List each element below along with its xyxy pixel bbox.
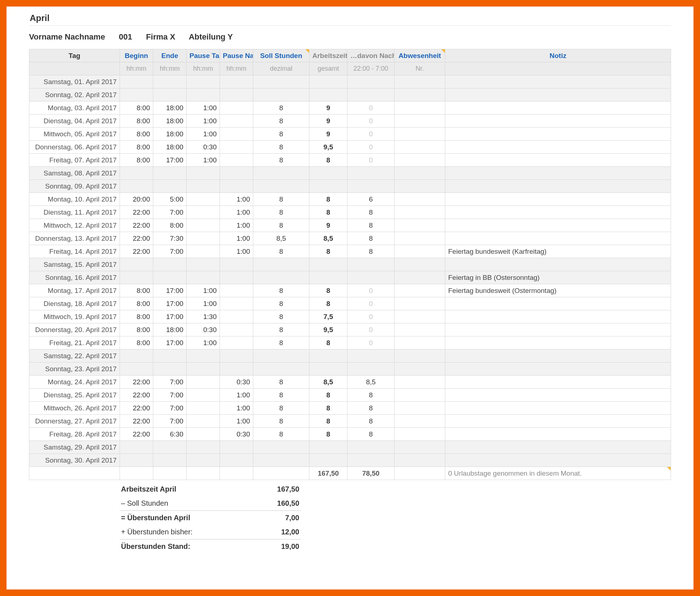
cell-pause-day: 1:00 xyxy=(187,336,220,349)
cell-soll xyxy=(253,88,309,102)
cell-soll: 8 xyxy=(253,336,309,349)
cell-note xyxy=(445,180,671,193)
cell-nacht: 0 xyxy=(347,310,395,323)
cell-note xyxy=(445,363,671,376)
header-row-1: Tag Beginn Ende Pause Tag Pause Nacht So… xyxy=(29,49,671,62)
cell-pause-day xyxy=(187,75,220,88)
cell-begin: 22:00 xyxy=(120,428,153,441)
cell-soll: 8,5 xyxy=(253,232,309,245)
cell-soll xyxy=(253,349,309,363)
day: Freitag, 21. April 2017 xyxy=(29,336,120,349)
table-row: Samstag, 01. April 2017 xyxy=(29,75,671,88)
cell-note xyxy=(445,402,671,415)
table-row: Sonntag, 02. April 2017 xyxy=(29,88,671,102)
cell-begin: 22:00 xyxy=(120,389,153,402)
cell-pause-day xyxy=(187,180,220,193)
cell-arbeit xyxy=(309,88,347,102)
cell-arbeit: 9 xyxy=(309,128,347,141)
cell-arbeit: 8 xyxy=(309,245,347,258)
cell-note xyxy=(445,232,671,245)
cell-soll: 8 xyxy=(253,102,309,115)
cell-arbeit: 9 xyxy=(309,102,347,115)
cell-pause-night: 1:00 xyxy=(220,206,253,219)
cell-arbeit xyxy=(309,258,347,271)
cell-pause-day: 1:00 xyxy=(187,297,220,310)
sub-begin: hh:mm xyxy=(120,62,153,75)
sub-az: gesamt xyxy=(309,62,347,75)
table-row: Samstag, 08. April 2017 xyxy=(29,167,671,180)
cell-pause-day: 1:00 xyxy=(187,154,220,167)
cell-end: 17:00 xyxy=(153,310,187,323)
day: Sonntag, 23. April 2017 xyxy=(29,363,120,376)
cell-pause-day: 1:30 xyxy=(187,310,220,323)
cell-nacht: 8 xyxy=(347,389,395,402)
day: Montag, 10. April 2017 xyxy=(29,193,120,206)
cell-end xyxy=(153,349,187,363)
cell-pause-night xyxy=(220,297,253,310)
cell-end: 17:00 xyxy=(153,154,187,167)
cell-note: Feiertag bundesweit (Ostermontag) xyxy=(445,284,671,297)
sub-soll: dezimal xyxy=(253,62,309,75)
cell-soll: 8 xyxy=(253,376,309,389)
cell-note xyxy=(445,115,671,128)
table-row: Freitag, 07. April 20178:0017:001:00880 xyxy=(29,154,671,167)
cell-begin: 22:00 xyxy=(120,415,153,428)
day: Mittwoch, 12. April 2017 xyxy=(29,219,120,232)
table-row: Montag, 24. April 201722:007:000:3088,58… xyxy=(29,376,671,389)
cell-pause-day xyxy=(187,349,220,363)
cell-arbeit: 8 xyxy=(309,297,347,310)
cell-abw xyxy=(395,258,445,271)
cell-arbeit xyxy=(309,363,347,376)
cell-abw xyxy=(395,402,445,415)
vacation-msg: 0 Urlaubstage genommen in diesem Monat. xyxy=(445,467,671,480)
timesheet-table: Tag Beginn Ende Pause Tag Pause Nacht So… xyxy=(29,49,671,480)
cell-soll xyxy=(253,441,309,454)
cell-note xyxy=(445,167,671,180)
hdr-end: Ende xyxy=(153,49,187,62)
cell-abw xyxy=(395,441,445,454)
cell-begin: 8:00 xyxy=(120,284,153,297)
table-row: Donnerstag, 20. April 20178:0018:000:308… xyxy=(29,323,671,336)
cell-abw xyxy=(395,323,445,336)
cell-abw xyxy=(395,389,445,402)
hdr-pause-night: Pause Nacht xyxy=(220,49,253,62)
hdr-abw: Abwesenheit xyxy=(395,49,445,62)
cell-pause-night xyxy=(220,323,253,336)
cell-soll: 8 xyxy=(253,428,309,441)
day: Samstag, 15. April 2017 xyxy=(29,258,120,271)
day: Dienstag, 18. April 2017 xyxy=(29,297,120,310)
sum-v5: 19,00 xyxy=(281,542,299,551)
day: Dienstag, 11. April 2017 xyxy=(29,206,120,219)
cell-pause-night: 1:00 xyxy=(220,415,253,428)
day: Mittwoch, 26. April 2017 xyxy=(29,402,120,415)
cell-abw xyxy=(395,271,445,284)
cell-note xyxy=(445,310,671,323)
cell-nacht xyxy=(347,441,395,454)
cell-arbeit: 8 xyxy=(309,193,347,206)
cell-note xyxy=(445,389,671,402)
cell-pause-night xyxy=(220,363,253,376)
cell-nacht xyxy=(347,258,395,271)
cell-nacht: 0 xyxy=(347,128,395,141)
cell-begin: 20:00 xyxy=(120,193,153,206)
cell-arbeit: 9,5 xyxy=(309,141,347,154)
sub-abw: Nr. xyxy=(395,62,445,75)
cell-soll xyxy=(253,180,309,193)
cell-abw xyxy=(395,310,445,323)
cell-begin: 8:00 xyxy=(120,310,153,323)
cell-abw xyxy=(395,75,445,88)
table-row: Donnerstag, 27. April 201722:007:001:008… xyxy=(29,415,671,428)
sum-l2: – Soll Stunden xyxy=(121,499,168,508)
cell-nacht xyxy=(347,349,395,363)
cell-note xyxy=(445,206,671,219)
cell-pause-night: 1:00 xyxy=(220,245,253,258)
cell-nacht: 8 xyxy=(347,428,395,441)
cell-note xyxy=(445,441,671,454)
cell-soll: 8 xyxy=(253,219,309,232)
cell-note xyxy=(445,454,671,467)
cell-pause-night: 1:00 xyxy=(220,389,253,402)
cell-begin xyxy=(120,75,153,88)
cell-begin: 22:00 xyxy=(120,206,153,219)
cell-abw xyxy=(395,245,445,258)
info-company: Firma X xyxy=(146,32,175,41)
